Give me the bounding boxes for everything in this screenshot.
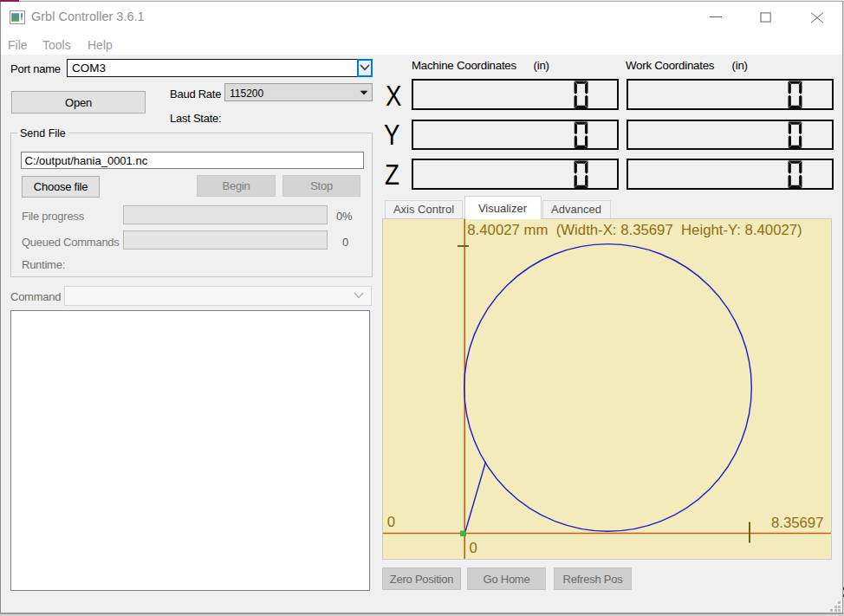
svg-text:0: 0 <box>470 539 477 555</box>
svg-text:0: 0 <box>387 514 395 530</box>
svg-text:8.35697: 8.35697 <box>771 514 824 530</box>
svg-text:8.40027 mm (Width-X: 8.35697: 8.40027 mm (Width-X: 8.35697 Height-Y: 8… <box>467 221 802 237</box>
